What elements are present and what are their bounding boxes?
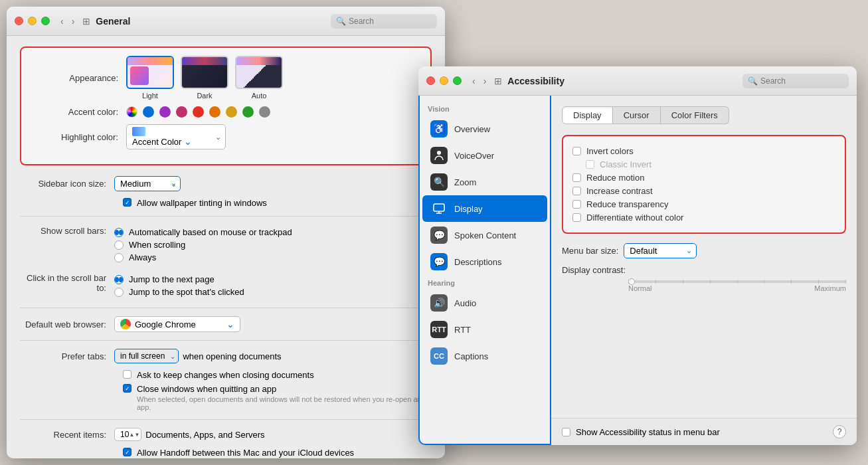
acc-help-button[interactable]: ? (833, 425, 846, 438)
tab-color-filters[interactable]: Color Filters (661, 106, 729, 124)
highlight-select[interactable]: Accent Color ⌄ (126, 124, 226, 149)
acc-search-box[interactable]: 🔍 (742, 74, 849, 88)
accent-pink[interactable] (176, 106, 187, 118)
jump-spot-row[interactable]: Jump to the spot that's clicked (114, 287, 244, 297)
jump-next-radio[interactable] (114, 275, 124, 284)
reduce-motion-checkbox[interactable] (572, 173, 581, 182)
accent-color-row: Accent color: (32, 106, 420, 118)
slider-thumb[interactable] (628, 278, 635, 285)
back-button[interactable]: ‹ (58, 15, 66, 28)
prefer-tabs-select[interactable]: in full screen ⌄ (114, 349, 179, 363)
sidebar-item-captions[interactable]: CC Captions (422, 343, 547, 369)
tab-cursor[interactable]: Cursor (613, 106, 661, 124)
auto-thumb[interactable] (235, 56, 283, 89)
reduce-transparency-checkbox[interactable] (572, 200, 581, 209)
overview-icon: ♿ (430, 120, 448, 138)
scroll-when-row[interactable]: When scrolling (114, 240, 292, 250)
acc-maximize-button[interactable] (453, 76, 462, 85)
tab-display[interactable]: Display (562, 106, 613, 124)
appearance-light[interactable]: Light (126, 56, 174, 100)
reduce-transparency-label: Reduce transparency (586, 199, 669, 209)
acc-minimize-button[interactable] (440, 76, 448, 85)
sidebar-item-voiceover[interactable]: VoiceOver (422, 142, 547, 169)
sidebar-item-rtt[interactable]: RTT RTT (422, 316, 547, 343)
appearance-auto[interactable]: Auto (235, 56, 283, 100)
sidebar-icon-size-select[interactable]: Medium ⌄ (114, 176, 181, 191)
ask-keep-checkbox[interactable] (123, 370, 131, 379)
contrast-slider-track[interactable] (628, 280, 846, 283)
recent-items-select[interactable]: 10 ▲▼ (114, 428, 141, 441)
divider-2 (20, 308, 432, 308)
maximize-button[interactable] (41, 17, 50, 25)
sidebar-item-descriptions[interactable]: 💬 Descriptions (422, 248, 547, 275)
close-windows-row[interactable]: ✓ Close windows when quitting an app Whe… (123, 384, 432, 411)
accent-multicolor[interactable] (126, 106, 137, 118)
sidebar-item-zoom[interactable]: 🔍 Zoom (422, 169, 547, 195)
acc-sidebar: Vision ♿ Overview VoiceOver 🔍 Zoom Displ (418, 96, 551, 445)
appearance-dark[interactable]: Dark (181, 56, 228, 100)
acc-status-label: Show Accessibility status in menu bar (576, 427, 720, 437)
minimize-button[interactable] (28, 17, 37, 25)
scroll-always-radio[interactable] (114, 253, 124, 262)
accessibility-window: ‹ › ⊞ Accessibility 🔍 Vision ♿ Overview … (418, 66, 857, 445)
sidebar-icon-size-value[interactable]: Medium ⌄ (114, 176, 181, 191)
traffic-lights (15, 17, 50, 25)
close-windows-checkbox[interactable]: ✓ (123, 384, 131, 393)
acc-footer: Show Accessibility status in menu bar ? (551, 418, 857, 445)
handoff-row[interactable]: ✓ Allow Handoff between this Mac and you… (123, 448, 432, 458)
wallpaper-tinting-row[interactable]: ✓ Allow wallpaper tinting in windows (123, 198, 432, 208)
sidebar-item-spoken[interactable]: 💬 Spoken Content (422, 222, 547, 248)
general-search-box[interactable]: 🔍 (331, 14, 437, 29)
acc-close-button[interactable] (426, 76, 435, 85)
tabs-chevron-icon: ⌄ (170, 353, 175, 360)
general-search-input[interactable] (349, 17, 428, 26)
grid-icon: ⊞ (82, 16, 90, 27)
differentiate-color-checkbox[interactable] (572, 213, 581, 222)
increase-contrast-checkbox[interactable] (572, 187, 581, 195)
recent-items-suffix: Documents, Apps, and Servers (145, 430, 264, 440)
dark-thumb[interactable] (181, 56, 228, 89)
scroll-when-radio[interactable] (114, 240, 124, 250)
tick-2 (655, 280, 656, 284)
light-thumb[interactable] (126, 56, 174, 89)
zoom-icon: 🔍 (430, 173, 448, 191)
invert-colors-checkbox[interactable] (572, 147, 581, 155)
display-label: Display (454, 204, 483, 214)
tick-8 (818, 280, 819, 284)
jump-spot-radio[interactable] (114, 288, 124, 297)
accent-green[interactable] (242, 106, 254, 118)
menu-bar-size-select[interactable]: Default ⌄ (624, 243, 697, 258)
prefer-tabs-row: Prefer tabs: in full screen ⌄ when openi… (20, 349, 432, 363)
prefer-tabs-label: Prefer tabs: (20, 351, 106, 361)
close-windows-content: Close windows when quitting an app When … (137, 384, 432, 411)
acc-status-checkbox[interactable] (562, 428, 570, 436)
contrast-slider-area: Normal Maximum (628, 280, 846, 292)
sidebar-item-display[interactable]: Display (422, 195, 547, 222)
scroll-auto-row[interactable]: Automatically based on mouse or trackpad (114, 227, 292, 237)
general-title: General (96, 16, 130, 27)
handoff-checkbox[interactable]: ✓ (123, 448, 131, 456)
sidebar-item-audio[interactable]: 🔊 Audio (422, 290, 547, 316)
accent-purple[interactable] (159, 106, 171, 118)
accent-blue[interactable] (143, 106, 154, 118)
scroll-auto-radio[interactable] (114, 228, 124, 237)
sidebar-item-overview[interactable]: ♿ Overview (422, 116, 547, 142)
accent-yellow[interactable] (226, 106, 237, 118)
acc-back-button[interactable]: ‹ (470, 74, 478, 88)
accent-orange[interactable] (209, 106, 220, 118)
acc-search-input[interactable] (760, 76, 840, 86)
jump-next-row[interactable]: Jump to the next page (114, 274, 244, 284)
scroll-always-row[interactable]: Always (114, 252, 292, 262)
browser-select[interactable]: Google Chrome ⌄ (114, 316, 240, 332)
acc-forward-button[interactable]: › (481, 74, 489, 88)
svg-rect-1 (434, 204, 444, 211)
wallpaper-checkbox[interactable]: ✓ (123, 198, 131, 207)
classic-invert-checkbox[interactable] (586, 160, 594, 169)
forward-button[interactable]: › (69, 15, 78, 28)
close-button[interactable] (15, 17, 23, 25)
chevron-icon: ⌄ (184, 136, 192, 147)
ask-keep-row[interactable]: Ask to keep changes when closing documen… (123, 370, 432, 380)
accent-graphite[interactable] (259, 106, 270, 118)
audio-icon: 🔊 (430, 294, 448, 312)
accent-red[interactable] (193, 106, 204, 118)
